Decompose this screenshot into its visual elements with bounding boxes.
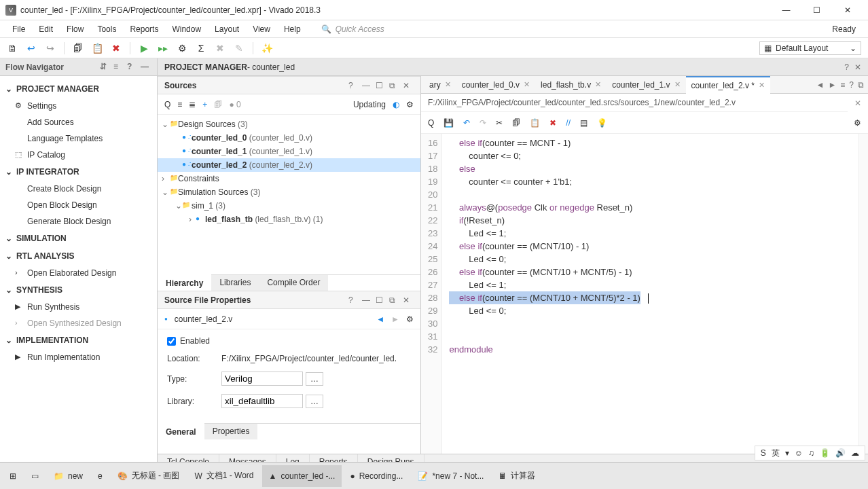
minimize-icon[interactable]: — xyxy=(362,81,373,90)
comment-icon[interactable]: // xyxy=(566,118,571,128)
gear-icon[interactable]: ⚙ xyxy=(854,118,861,128)
nav-item[interactable]: ⚙Settings xyxy=(0,98,157,114)
code-line[interactable]: always@(posedge Clk or negedge Reset_n) xyxy=(449,201,861,214)
gear-icon[interactable]: ⚙ xyxy=(177,43,187,54)
taskbar-item[interactable]: 🖩计算器 xyxy=(492,465,542,487)
clipboard-icon[interactable]: 🗐 xyxy=(214,100,222,109)
paste-icon[interactable]: 📋 xyxy=(92,43,103,54)
editor-tab[interactable]: ary✕ xyxy=(424,76,456,94)
systray-icon[interactable]: 🔊 xyxy=(835,448,846,458)
copy-icon[interactable]: 🗐 xyxy=(512,118,520,128)
systray-icon[interactable]: 🔋 xyxy=(820,448,830,458)
close-icon[interactable]: ✕ xyxy=(445,80,451,89)
minimize-icon[interactable]: — xyxy=(362,295,373,305)
enabled-checkbox[interactable] xyxy=(167,337,176,346)
tab-general[interactable]: General xyxy=(158,423,204,439)
help-icon[interactable]: ? xyxy=(849,80,854,90)
expand-icon[interactable]: ≣ xyxy=(189,100,196,109)
maximize-button[interactable]: ☐ xyxy=(801,1,832,20)
save-icon[interactable]: 💾 xyxy=(444,118,454,128)
float-icon[interactable]: ⧉ xyxy=(389,81,400,90)
code-line[interactable]: else xyxy=(449,162,861,175)
nav-section[interactable]: IMPLEMENTATION xyxy=(0,331,157,349)
maximize-icon[interactable]: ☐ xyxy=(376,81,386,90)
sigma-icon[interactable]: Σ xyxy=(196,43,206,54)
sources-tree[interactable]: ⌄📁 Design Sources (3) ● ∴counter_led_0 (… xyxy=(158,115,420,274)
systray-icon[interactable]: S xyxy=(761,448,766,458)
close-icon[interactable]: ✕ xyxy=(595,80,601,89)
help-icon[interactable]: ? xyxy=(348,81,359,90)
nav-section[interactable]: SIMULATION xyxy=(0,230,157,247)
layout-dropdown[interactable]: ▦ Default Layout ⌄ xyxy=(759,41,861,55)
systray-icon[interactable]: ☁ xyxy=(851,448,859,458)
editor-tab[interactable]: counter_led_0.v✕ xyxy=(456,76,535,94)
code-line[interactable]: else if(counter == (MCNT/10 + MCNT/5)*2 … xyxy=(449,291,861,304)
tree-tb[interactable]: ›● led_flash_tb (led_flash_tb.v) (1) xyxy=(158,213,420,226)
tab-compile-order[interactable]: Compile Order xyxy=(259,275,328,291)
taskbar-item[interactable]: ⊞ xyxy=(3,465,23,487)
code-editor[interactable]: 1617181920212223242526272829303132 else … xyxy=(421,134,868,454)
nav-item[interactable]: Add Sources xyxy=(0,114,157,130)
float-icon[interactable]: ⧉ xyxy=(389,295,400,305)
minimize-button[interactable]: ― xyxy=(771,1,801,20)
step-icon[interactable]: ▸▸ xyxy=(158,43,168,54)
nav-section[interactable]: SYNTHESIS xyxy=(0,281,157,299)
nav-item[interactable]: ›Open Elaborated Design xyxy=(0,265,157,281)
code-line[interactable]: Led <= 0; xyxy=(449,304,861,317)
taskbar-item[interactable]: 🎨无标题 - 画图 xyxy=(111,465,187,487)
systray-icon[interactable]: ☺ xyxy=(795,448,803,458)
menu-layout[interactable]: Layout xyxy=(208,22,246,37)
menu-flow[interactable]: Flow xyxy=(60,22,90,37)
search-icon[interactable]: Q xyxy=(164,100,170,109)
nav-item[interactable]: Open Block Design xyxy=(0,197,157,213)
close-icon[interactable]: ✕ xyxy=(759,81,765,90)
menu-tools[interactable]: Tools xyxy=(90,22,123,37)
code-line[interactable]: Led <= 0; xyxy=(449,253,861,266)
tree-file-item[interactable]: ● ∴counter_led_0 (counter_led_0.v) xyxy=(158,131,420,145)
nav-item[interactable]: Language Templates xyxy=(0,130,157,147)
settings-icon[interactable]: ≡ xyxy=(113,62,124,73)
close-icon[interactable]: ✕ xyxy=(674,80,681,89)
search-icon[interactable]: Q xyxy=(428,118,434,128)
help-icon[interactable]: ? xyxy=(127,62,138,73)
code-line[interactable]: if(!Reset_n) xyxy=(449,214,861,227)
menu-help[interactable]: Help xyxy=(277,22,308,37)
delete-icon[interactable]: ✖ xyxy=(549,118,556,128)
taskbar-item[interactable]: 📝*new 7 - Not... xyxy=(411,465,490,487)
close-icon[interactable]: ✕ xyxy=(848,98,868,108)
systray-icon[interactable]: ♫ xyxy=(808,448,814,458)
quick-access[interactable]: 🔍 Quick Access xyxy=(321,24,384,34)
collapse-all-icon[interactable]: ≡ xyxy=(177,100,182,109)
code-line[interactable] xyxy=(449,317,861,330)
add-icon[interactable]: + xyxy=(202,100,207,109)
code-line[interactable]: Led <= 1; xyxy=(449,227,861,240)
nav-item[interactable]: ›Open Synthesized Design xyxy=(0,315,157,331)
type-more-button[interactable]: … xyxy=(306,372,323,386)
tree-constraints[interactable]: ›📁 Constraints xyxy=(158,172,420,185)
gear-icon[interactable]: ⚙ xyxy=(406,314,414,324)
tab-libraries[interactable]: Libraries xyxy=(211,275,259,291)
help-icon[interactable]: ? xyxy=(348,295,359,305)
close-icon[interactable]: ✕ xyxy=(524,80,530,89)
code-line[interactable]: counter <= 0; xyxy=(449,149,861,162)
nav-section[interactable]: IP INTEGRATOR xyxy=(0,163,157,181)
nav-section[interactable]: PROJECT MANAGER xyxy=(0,80,157,98)
editor-tab[interactable]: led_flash_tb.v✕ xyxy=(535,76,607,94)
tree-design-sources[interactable]: ⌄📁 Design Sources (3) xyxy=(158,117,420,131)
next-icon[interactable]: ► xyxy=(391,314,399,324)
editor-tab[interactable]: counter_led_1.v✕ xyxy=(607,76,685,94)
indent-icon[interactable]: ▤ xyxy=(580,118,587,128)
tree-sim1[interactable]: ⌄📁 sim_1 (3) xyxy=(158,199,420,213)
nav-item[interactable]: ▶Run Synthesis xyxy=(0,299,157,315)
menu-window[interactable]: Window xyxy=(165,22,208,37)
wand-icon[interactable]: ✨ xyxy=(261,43,272,54)
nav-item[interactable]: Generate Block Design xyxy=(0,213,157,230)
code-line[interactable]: else if(counter == (MCNT/10 + MCNT/5) - … xyxy=(449,266,861,278)
redo-icon[interactable]: ↷ xyxy=(480,118,486,128)
minimize-pane-icon[interactable]: — xyxy=(141,62,151,73)
tree-file-item[interactable]: ● ∴counter_led_2 (counter_led_2.v) xyxy=(158,158,420,172)
cancel-icon[interactable]: ✖ xyxy=(215,43,225,54)
systray-icon[interactable]: 英 xyxy=(772,448,780,459)
code-line[interactable] xyxy=(449,330,861,343)
paste-icon[interactable]: 📋 xyxy=(530,118,540,128)
